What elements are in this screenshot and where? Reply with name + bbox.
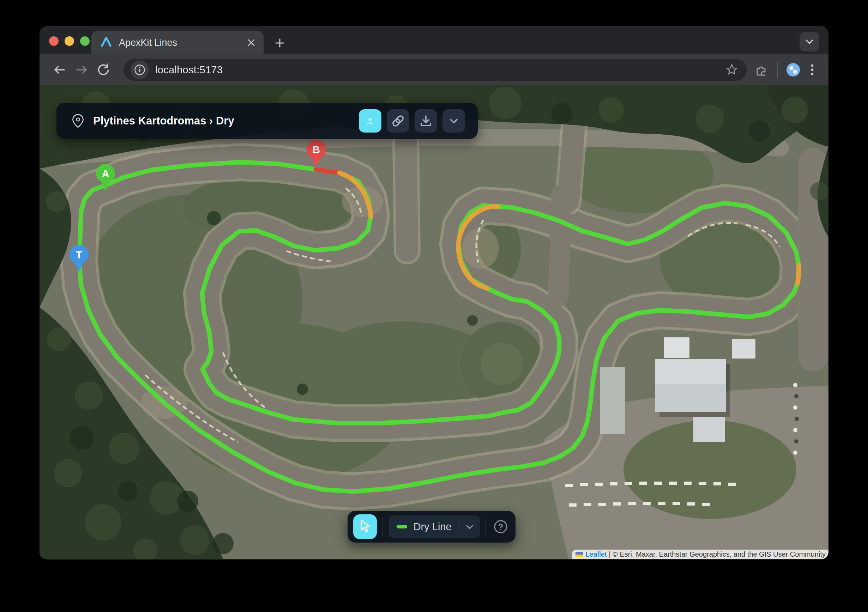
cursor-icon [358, 519, 372, 535]
url-bar[interactable]: localhost:5173 [124, 59, 747, 81]
browser-menu-kebab-icon[interactable] [805, 62, 819, 78]
site-info-icon[interactable] [130, 61, 149, 79]
location-pin-icon [70, 111, 86, 130]
header-more-chevron-button[interactable] [442, 109, 465, 133]
reload-button[interactable] [93, 59, 114, 81]
attribution: Leaflet | © Esri, Maxar, Earthstar Geogr… [572, 550, 828, 559]
extensions-puzzle-icon[interactable] [754, 62, 770, 78]
traffic-lights [49, 36, 90, 46]
track-title: Plytines Kartodromas › Dry [93, 114, 353, 127]
satellite-map[interactable]: A B T [40, 85, 828, 559]
upload-button[interactable] [359, 109, 381, 133]
svg-text:?: ? [498, 522, 504, 532]
marker-b-label: B [312, 144, 320, 156]
copy-link-button[interactable] [387, 109, 409, 133]
zoom-window-button[interactable] [80, 36, 90, 46]
help-button[interactable]: ? [492, 517, 510, 536]
marker-t-label: T [76, 249, 82, 261]
help-icon: ? [493, 519, 509, 535]
back-button[interactable] [49, 59, 71, 81]
toolbar-divider [777, 62, 778, 77]
dock-divider [485, 518, 486, 536]
leaflet-link[interactable]: Leaflet [585, 550, 606, 558]
ukraine-flag-icon [575, 552, 583, 557]
browser-window: ApexKit Lines [40, 26, 828, 559]
bookmark-star-icon[interactable] [724, 62, 739, 77]
racing-line-red-sector [316, 170, 339, 173]
close-window-button[interactable] [49, 36, 59, 46]
tab-strip: ApexKit Lines [40, 26, 828, 54]
map-canvas[interactable]: A B T Pl [40, 85, 828, 559]
minimize-window-button[interactable] [65, 36, 74, 46]
browser-tab[interactable]: ApexKit Lines [91, 31, 264, 54]
url-text: localhost:5173 [155, 64, 724, 76]
tab-close-icon[interactable] [245, 37, 257, 49]
browser-toolbar: localhost:5173 [40, 54, 828, 85]
download-button[interactable] [415, 109, 437, 133]
select-tool-button[interactable] [353, 515, 377, 539]
profile-avatar-button[interactable] [785, 61, 802, 78]
forward-button[interactable] [71, 59, 93, 81]
line-select[interactable]: Dry Line [389, 515, 480, 538]
toolbar-right-cluster [754, 61, 819, 78]
tool-dock: Dry Line ? [347, 511, 516, 542]
new-tab-button[interactable] [271, 34, 289, 52]
racing-line-orange-sector-3 [797, 265, 799, 283]
line-select-label: Dry Line [414, 521, 452, 533]
line-color-swatch [397, 525, 407, 529]
line-select-chevron-icon[interactable] [459, 515, 480, 538]
marker-a-label: A [102, 168, 109, 179]
tab-favicon-caret-icon [99, 35, 113, 50]
tab-search-chevron-button[interactable] [800, 32, 819, 51]
tab-title: ApexKit Lines [119, 37, 245, 48]
dock-divider [383, 518, 383, 536]
track-header-panel: Plytines Kartodromas › Dry [56, 103, 478, 139]
attribution-text: | © Esri, Maxar, Earthstar Geographics, … [609, 550, 826, 558]
